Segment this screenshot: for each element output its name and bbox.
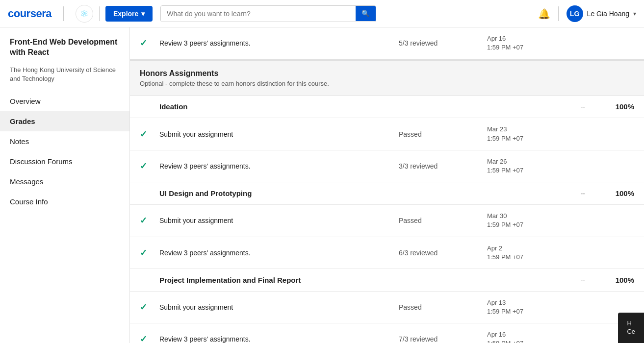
explore-button[interactable]: Explore ▾ — [105, 6, 153, 22]
sidebar-item-messages[interactable]: Messages — [0, 172, 129, 192]
user-menu[interactable]: LG Le Gia Hoang ▾ — [567, 5, 636, 22]
item-status: 7/3 reviewed — [399, 335, 487, 343]
ideation-name: Ideation — [159, 102, 399, 111]
ideation-row-0: ✓ Submit your assignment Passed Mar 23 1… — [130, 118, 644, 150]
item-date: Mar 30 1:59 PM +07 — [487, 212, 585, 229]
search-icon: 🔍 — [361, 10, 370, 17]
search-input[interactable] — [161, 6, 356, 22]
check-icon: ✓ — [140, 302, 159, 313]
ui-design-row-0: ✓ Submit your assignment Passed Mar 30 1… — [130, 205, 644, 237]
item-name: Review 3 peers' assignments. — [159, 162, 399, 170]
sidebar-item-notes[interactable]: Notes — [0, 131, 129, 151]
course-institution: The Hong Kong University of Science and … — [0, 66, 129, 91]
course-title: Front-End Web Development with React — [0, 37, 129, 66]
sidebar-item-grades[interactable]: Grades — [0, 111, 129, 131]
explore-label: Explore — [113, 10, 138, 18]
item-name: Submit your assignment — [159, 303, 399, 311]
top-item-date-line2: 1:59 PM +07 — [487, 44, 523, 51]
sidebar-item-course-info[interactable]: Course Info — [0, 192, 129, 212]
honors-section-title: Honors Assignments — [140, 69, 634, 78]
honors-section-subtitle: Optional - complete these to earn honors… — [140, 80, 634, 87]
ui-design-subsection-header: UI Design and Prototyping -- 100% — [130, 182, 644, 205]
top-item-name: Review 3 peers' assignments. — [159, 39, 399, 47]
item-name: Review 3 peers' assignments. — [159, 249, 399, 257]
ideation-subsection-header: Ideation -- 100% — [130, 96, 644, 118]
top-assignment-row: ✓ Review 3 peers' assignments. 5/3 revie… — [130, 27, 644, 59]
header-divider — [63, 6, 64, 21]
sidebar-item-overview[interactable]: Overview — [0, 91, 129, 111]
item-date: Apr 16 1:59 PM +07 — [487, 330, 585, 343]
help-line1: H — [627, 319, 635, 328]
help-line2: Ce — [627, 328, 635, 336]
check-icon: ✓ — [140, 247, 159, 258]
notification-icon[interactable]: 🔔 — [538, 8, 550, 20]
ui-design-grade: 100% — [585, 189, 634, 197]
top-item-status: 5/3 reviewed — [399, 39, 487, 47]
check-icon: ✓ — [140, 215, 159, 226]
body-wrap: Front-End Web Development with React The… — [0, 27, 644, 343]
top-item-date-line1: Apr 16 — [487, 35, 506, 42]
item-name: Review 3 peers' assignments. — [159, 335, 399, 343]
project-row-0: ✓ Submit your assignment Passed Apr 13 1… — [130, 292, 644, 323]
search-button[interactable]: 🔍 — [356, 6, 376, 21]
item-status: Passed — [399, 217, 487, 224]
item-date: Mar 26 1:59 PM +07 — [487, 157, 585, 175]
explore-chevron: ▾ — [141, 10, 145, 18]
item-status: Passed — [399, 303, 487, 311]
user-name: Le Gia Hoang — [587, 10, 629, 18]
header-divider3 — [558, 6, 559, 21]
top-item-date: Apr 16 1:59 PM +07 — [487, 34, 585, 52]
item-date: Apr 13 1:59 PM +07 — [487, 298, 585, 316]
project-name: Project Implementation and Final Report — [159, 276, 399, 284]
project-dash: -- — [487, 276, 585, 284]
ui-design-dash: -- — [487, 190, 585, 197]
ui-design-row-1: ✓ Review 3 peers' assignments. 6/3 revie… — [130, 237, 644, 269]
avatar: LG — [567, 5, 583, 22]
react-icon: ⚛ — [76, 5, 93, 23]
ideation-row-1: ✓ Review 3 peers' assignments. 3/3 revie… — [130, 150, 644, 182]
item-name: Submit your assignment — [159, 130, 399, 138]
coursera-logo: coursera — [8, 7, 52, 20]
sidebar-nav: Overview Grades Notes Discussion Forums … — [0, 91, 129, 212]
project-row-1: ✓ Review 3 peers' assignments. 7/3 revie… — [130, 323, 644, 343]
check-icon: ✓ — [140, 129, 159, 140]
search-bar: 🔍 — [160, 5, 376, 22]
check-icon: ✓ — [140, 161, 159, 172]
check-icon: ✓ — [140, 38, 159, 49]
sidebar: Front-End Web Development with React The… — [0, 27, 130, 343]
project-grade: 100% — [585, 276, 634, 284]
header-divider2 — [99, 6, 100, 21]
sidebar-item-discussion-forums[interactable]: Discussion Forums — [0, 151, 129, 172]
check-icon: ✓ — [140, 334, 159, 343]
item-status: Passed — [399, 130, 487, 138]
item-status: 6/3 reviewed — [399, 249, 487, 257]
item-status: 3/3 reviewed — [399, 162, 487, 170]
help-widget[interactable]: H Ce — [618, 313, 644, 343]
ui-design-name: UI Design and Prototyping — [159, 189, 399, 197]
header: coursera ⚛ Explore ▾ 🔍 🔔 LG Le Gia Hoang… — [0, 0, 644, 27]
item-date: Mar 23 1:59 PM +07 — [487, 125, 585, 143]
logo-group: coursera ⚛ — [8, 5, 93, 23]
ideation-dash: -- — [487, 103, 585, 111]
user-menu-chevron: ▾ — [633, 10, 636, 17]
header-right: 🔔 LG Le Gia Hoang ▾ — [538, 5, 636, 22]
honors-section-header: Honors Assignments Optional - complete t… — [130, 59, 644, 96]
ideation-grade: 100% — [585, 102, 634, 111]
main-content: ✓ Review 3 peers' assignments. 5/3 revie… — [130, 27, 644, 343]
item-name: Submit your assignment — [159, 217, 399, 224]
project-subsection-header: Project Implementation and Final Report … — [130, 269, 644, 292]
item-date: Apr 2 1:59 PM +07 — [487, 244, 585, 262]
